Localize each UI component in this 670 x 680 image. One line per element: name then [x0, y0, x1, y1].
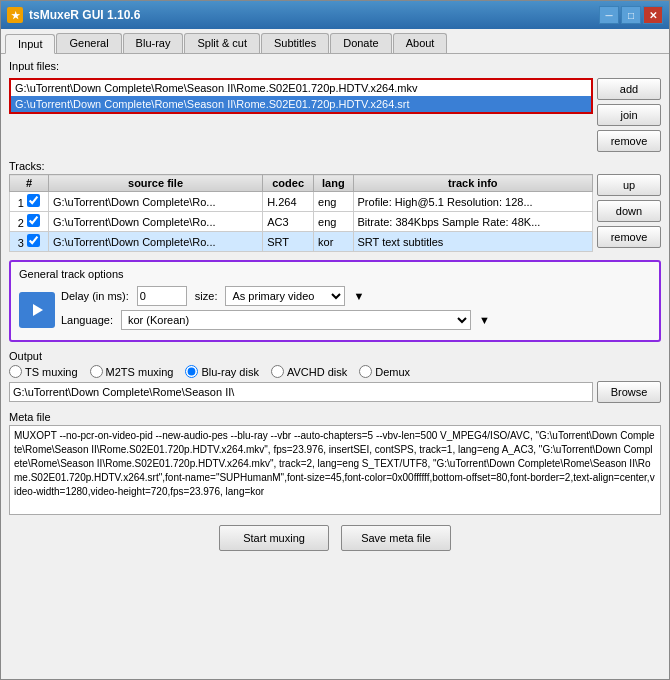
tab-donate[interactable]: Donate: [330, 33, 391, 53]
track-1-lang: eng: [314, 192, 353, 212]
track-1-num: 1: [10, 192, 49, 212]
tab-about[interactable]: About: [393, 33, 448, 53]
col-header-lang: lang: [314, 175, 353, 192]
output-section: Output TS muxing M2TS muxing Blu-ray dis…: [9, 350, 661, 403]
ts-muxing-label: TS muxing: [25, 366, 78, 378]
play-button[interactable]: [19, 292, 55, 328]
track-row-1[interactable]: 1 G:\uTorrent\Down Complete\Ro... H.264 …: [10, 192, 593, 212]
save-meta-button[interactable]: Save meta file: [341, 525, 451, 551]
bluray-disk-option: Blu-ray disk: [185, 365, 258, 378]
track-3-info: SRT text subtitles: [353, 232, 592, 252]
track-2-source: G:\uTorrent\Down Complete\Ro...: [48, 212, 262, 232]
track-3-checkbox[interactable]: [27, 234, 40, 247]
delay-label: Delay (in ms):: [61, 290, 129, 302]
main-window: ★ tsMuxeR GUI 1.10.6 ─ □ ✕ Input General…: [0, 0, 670, 680]
remove-files-button[interactable]: remove: [597, 130, 661, 152]
output-label: Output: [9, 350, 661, 362]
general-track-options-label: General track options: [19, 268, 651, 280]
add-button[interactable]: add: [597, 78, 661, 100]
track-2-info: Bitrate: 384Kbps Sample Rate: 48K...: [353, 212, 592, 232]
demux-radio[interactable]: [359, 365, 372, 378]
meta-file-label: Meta file: [9, 411, 661, 423]
input-files-section: G:\uTorrent\Down Complete\Rome\Season II…: [9, 78, 661, 152]
col-header-info: track info: [353, 175, 592, 192]
track-row-2[interactable]: 2 G:\uTorrent\Down Complete\Ro... AC3 en…: [10, 212, 593, 232]
window-title: tsMuxeR GUI 1.10.6: [29, 8, 599, 22]
track-buttons: up down remove: [597, 174, 661, 248]
track-1-checkbox[interactable]: [27, 194, 40, 207]
avchd-disk-option: AVCHD disk: [271, 365, 347, 378]
input-files-area-wrapper: G:\uTorrent\Down Complete\Rome\Season II…: [9, 78, 593, 114]
col-header-codec: codec: [263, 175, 314, 192]
minimize-button[interactable]: ─: [599, 6, 619, 24]
demux-option: Demux: [359, 365, 410, 378]
track-1-codec: H.264: [263, 192, 314, 212]
bottom-buttons: Start muxing Save meta file: [9, 519, 661, 555]
language-label: Language:: [61, 314, 113, 326]
tracks-label: Tracks:: [9, 160, 661, 172]
meta-file-section: Meta file MUXOPT --no-pcr-on-video-pid -…: [9, 411, 661, 515]
delay-input[interactable]: [137, 286, 187, 306]
track-3-source: G:\uTorrent\Down Complete\Ro...: [48, 232, 262, 252]
bluray-disk-label: Blu-ray disk: [201, 366, 258, 378]
output-path-row: Browse: [9, 381, 661, 403]
demux-label: Demux: [375, 366, 410, 378]
window-controls: ─ □ ✕: [599, 6, 663, 24]
track-options-fields: Delay (in ms): size: As primary video Cu…: [61, 286, 651, 334]
output-path-input[interactable]: [9, 382, 593, 402]
col-header-num: #: [10, 175, 49, 192]
app-icon: ★: [7, 7, 23, 23]
browse-button[interactable]: Browse: [597, 381, 661, 403]
m2ts-muxing-option: M2TS muxing: [90, 365, 174, 378]
meta-file-content: MUXOPT --no-pcr-on-video-pid --new-audio…: [9, 425, 661, 515]
general-track-options-box: General track options Delay (in ms): siz…: [9, 260, 661, 342]
track-3-num: 3: [10, 232, 49, 252]
input-file-row-1[interactable]: G:\uTorrent\Down Complete\Rome\Season II…: [11, 80, 591, 96]
track-1-info: Profile: High@5.1 Resolution: 128...: [353, 192, 592, 212]
ts-muxing-option: TS muxing: [9, 365, 78, 378]
svg-marker-0: [33, 304, 43, 316]
bluray-disk-radio[interactable]: [185, 365, 198, 378]
tracks-area: # source file codec lang track info 1 G:…: [9, 174, 661, 252]
m2ts-muxing-label: M2TS muxing: [106, 366, 174, 378]
language-select[interactable]: kor (Korean): [121, 310, 471, 330]
input-file-buttons: add join remove: [597, 78, 661, 152]
down-button[interactable]: down: [597, 200, 661, 222]
tab-split-cut[interactable]: Split & cut: [184, 33, 260, 53]
track-2-codec: AC3: [263, 212, 314, 232]
avchd-disk-label: AVCHD disk: [287, 366, 347, 378]
output-modes-group: TS muxing M2TS muxing Blu-ray disk AVCHD…: [9, 365, 661, 378]
play-icon: [29, 302, 45, 318]
remove-tracks-button[interactable]: remove: [597, 226, 661, 248]
tracks-header-row: # source file codec lang track info: [10, 175, 593, 192]
track-3-lang: kor: [314, 232, 353, 252]
col-header-source: source file: [48, 175, 262, 192]
main-content: Input files: G:\uTorrent\Down Complete\R…: [1, 54, 669, 679]
start-muxing-button[interactable]: Start muxing: [219, 525, 329, 551]
tab-general[interactable]: General: [56, 33, 121, 53]
track-2-checkbox[interactable]: [27, 214, 40, 227]
tab-bluray[interactable]: Blu-ray: [123, 33, 184, 53]
size-label: size:: [195, 290, 218, 302]
track-2-num: 2: [10, 212, 49, 232]
up-button[interactable]: up: [597, 174, 661, 196]
tracks-table: # source file codec lang track info 1 G:…: [9, 174, 593, 252]
ts-muxing-radio[interactable]: [9, 365, 22, 378]
close-button[interactable]: ✕: [643, 6, 663, 24]
avchd-disk-radio[interactable]: [271, 365, 284, 378]
track-3-codec: SRT: [263, 232, 314, 252]
size-select[interactable]: As primary video Custom: [225, 286, 345, 306]
tab-subtitles[interactable]: Subtitles: [261, 33, 329, 53]
track-1-source: G:\uTorrent\Down Complete\Ro...: [48, 192, 262, 212]
maximize-button[interactable]: □: [621, 6, 641, 24]
tab-input[interactable]: Input: [5, 34, 55, 54]
join-button[interactable]: join: [597, 104, 661, 126]
track-row-3[interactable]: 3 G:\uTorrent\Down Complete\Ro... SRT ko…: [10, 232, 593, 252]
input-file-row-2[interactable]: G:\uTorrent\Down Complete\Rome\Season II…: [11, 96, 591, 112]
m2ts-muxing-radio[interactable]: [90, 365, 103, 378]
language-row: Language: kor (Korean) ▼: [61, 310, 651, 330]
tab-bar: Input General Blu-ray Split & cut Subtit…: [1, 29, 669, 54]
tracks-table-wrapper: # source file codec lang track info 1 G:…: [9, 174, 593, 252]
titlebar: ★ tsMuxeR GUI 1.10.6 ─ □ ✕: [1, 1, 669, 29]
input-files-list: G:\uTorrent\Down Complete\Rome\Season II…: [9, 78, 593, 114]
